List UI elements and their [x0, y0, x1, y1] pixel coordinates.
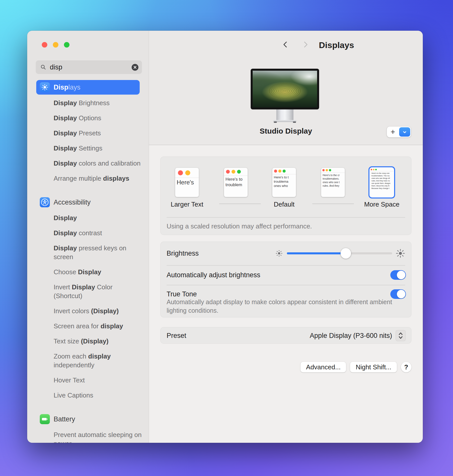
thumbnail-titlebar — [175, 168, 199, 178]
sidebar-result-item[interactable]: Invert colors (Display) — [54, 307, 142, 315]
thumbnail-sample-text: Here's to the crtroublemakers.ones who s… — [321, 173, 345, 188]
traffic-dot — [185, 170, 190, 175]
brightness-slider-knob[interactable] — [341, 248, 351, 259]
traffic-dot — [274, 170, 277, 173]
scaling-option-thumbnail-default[interactable]: Here's to ttroublemaones who — [272, 168, 296, 197]
system-settings-window: DisplaysDisplay BrightnessDisplay Option… — [27, 31, 423, 443]
zoom-button[interactable] — [64, 42, 69, 48]
sidebar-result-item[interactable]: Zoom each display independently — [54, 352, 142, 370]
brightness-slider-track[interactable] — [287, 252, 392, 254]
resolution-scaling-card: Here'sLarger TextHere's totroublemHere's… — [160, 156, 411, 235]
traffic-dot — [226, 170, 230, 174]
sidebar-group-accessibility[interactable]: Accessibility — [36, 195, 140, 210]
footer-buttons: Advanced... Night Shift... ? — [160, 362, 411, 372]
display-preview-image — [251, 69, 319, 109]
scaling-option-label: Larger Text — [171, 201, 203, 208]
divider — [167, 285, 405, 285]
brightness-card: Brightness — [160, 242, 411, 318]
close-button[interactable] — [42, 42, 47, 48]
sidebar-result-item[interactable]: Choose Display — [54, 268, 142, 276]
sidebar-result-item[interactable]: Display colors and calibration — [54, 159, 142, 168]
battery-icon — [40, 414, 50, 424]
traffic-dot — [278, 170, 281, 173]
sidebar-result-item[interactable]: Text size (Display) — [54, 337, 142, 346]
back-icon[interactable] — [282, 41, 289, 48]
thumbnail-titlebar — [272, 168, 296, 174]
plus-icon[interactable]: + — [387, 127, 399, 137]
traffic-dot — [375, 169, 377, 170]
sidebar-group-displays[interactable]: Displays — [36, 80, 140, 95]
scaling-option-thumbnail[interactable]: Here's to the crtroublemakers.ones who s… — [321, 168, 345, 197]
scaling-option-label: More Space — [364, 201, 399, 208]
sidebar-result-item[interactable]: Display Presets — [54, 129, 142, 138]
sidebar-results-list: DisplaysDisplay BrightnessDisplay Option… — [27, 80, 149, 443]
search-input[interactable] — [49, 63, 132, 71]
add-display-menu-button[interactable] — [399, 127, 410, 137]
scaling-option-thumbnail-larger-text[interactable]: Here's — [175, 168, 199, 197]
traffic-dot — [283, 170, 286, 173]
brightness-slider-fill — [287, 252, 346, 254]
brightness-label: Brightness — [167, 242, 199, 265]
search-icon — [40, 64, 46, 70]
main-panel: Displays Studio Display + — [149, 31, 423, 443]
thumbnail-sample-text: Here's totroublem — [224, 176, 248, 188]
traffic-dot — [322, 169, 325, 171]
scaling-option-thumbnail[interactable]: Here's totroublem — [224, 168, 248, 197]
traffic-dot — [232, 170, 235, 174]
settings-pane: Here'sLarger TextHere's totroublemHere's… — [149, 145, 423, 443]
sidebar-result-item[interactable]: Hover Text — [54, 376, 142, 385]
divider — [167, 217, 405, 218]
sidebar-group-label: Displays — [54, 84, 81, 91]
auto-brightness-label: Automatically adjust brightness — [167, 265, 260, 285]
chevron-down-icon — [402, 129, 407, 135]
sidebar-result-item[interactable]: Display Brightness — [54, 99, 142, 107]
minimize-button[interactable] — [53, 42, 58, 48]
sidebar: DisplaysDisplay BrightnessDisplay Option… — [27, 31, 149, 443]
window-controls — [42, 42, 69, 48]
sidebar-result-item[interactable]: Display Options — [54, 114, 142, 123]
sidebar-group-battery[interactable]: Battery — [36, 412, 140, 426]
traffic-dot — [373, 169, 374, 170]
add-display-button[interactable]: + — [387, 127, 411, 137]
sidebar-result-item[interactable]: Screen area for display — [54, 322, 142, 331]
advanced-button[interactable]: Advanced... — [300, 362, 346, 372]
true-tone-label: True Tone — [167, 290, 197, 298]
sidebar-result-item[interactable]: Display pressed keys on screen — [54, 244, 142, 261]
help-button[interactable]: ? — [401, 362, 411, 372]
preset-dropdown-stepper[interactable] — [396, 330, 406, 341]
sidebar-result-item[interactable]: Display — [54, 214, 142, 222]
thumbnail-titlebar — [321, 168, 345, 173]
scaling-option-thumbnail-more-space[interactable]: Here's to the crazy onetroublemakers. Th… — [370, 168, 394, 197]
stepper-icon — [398, 331, 403, 340]
forward-icon[interactable] — [302, 41, 309, 48]
display-stand — [276, 109, 293, 121]
night-shift-button[interactable]: Night Shift... — [350, 362, 397, 372]
thumbnail-titlebar — [370, 168, 394, 171]
device-header-area: Displays Studio Display + — [149, 31, 423, 145]
accessibility-icon — [40, 197, 50, 207]
thumbnail-sample-text: Here's — [175, 178, 199, 186]
sidebar-result-item[interactable]: Invert Display Color (Shortcut) — [54, 283, 142, 300]
sidebar-result-item[interactable]: Display Settings — [54, 144, 142, 153]
true-tone-toggle[interactable] — [390, 289, 406, 299]
desktop-background: DisplaysDisplay BrightnessDisplay Option… — [0, 0, 453, 476]
scaling-separator-line — [219, 204, 261, 204]
page-title: Displays — [319, 40, 354, 50]
thumbnail-sample-text: Here's to ttroublemaones who — [272, 174, 296, 188]
sidebar-result-item[interactable]: Arrange multiple displays — [54, 174, 142, 183]
thumbnail-sample-text: Here's to the crazy onetroublemakers. Th… — [370, 171, 394, 190]
sidebar-result-item[interactable]: Live Captions — [54, 391, 142, 400]
sidebar-result-item[interactable]: Prevent automatic sleeping on power — [54, 430, 142, 443]
displays-icon — [40, 82, 50, 92]
traffic-dot — [237, 170, 241, 174]
scaling-performance-note: Using a scaled resolution may affect per… — [167, 222, 312, 231]
brightness-dim-icon — [275, 250, 283, 257]
traffic-dot — [371, 169, 372, 170]
sidebar-group-label: Accessibility — [54, 199, 91, 206]
thumbnail-titlebar — [224, 168, 248, 176]
clear-search-icon[interactable] — [132, 64, 138, 71]
auto-brightness-toggle[interactable] — [390, 270, 406, 280]
traffic-dot — [329, 169, 331, 171]
sidebar-result-item[interactable]: Display contrast — [54, 229, 142, 237]
search-field[interactable] — [36, 60, 142, 74]
